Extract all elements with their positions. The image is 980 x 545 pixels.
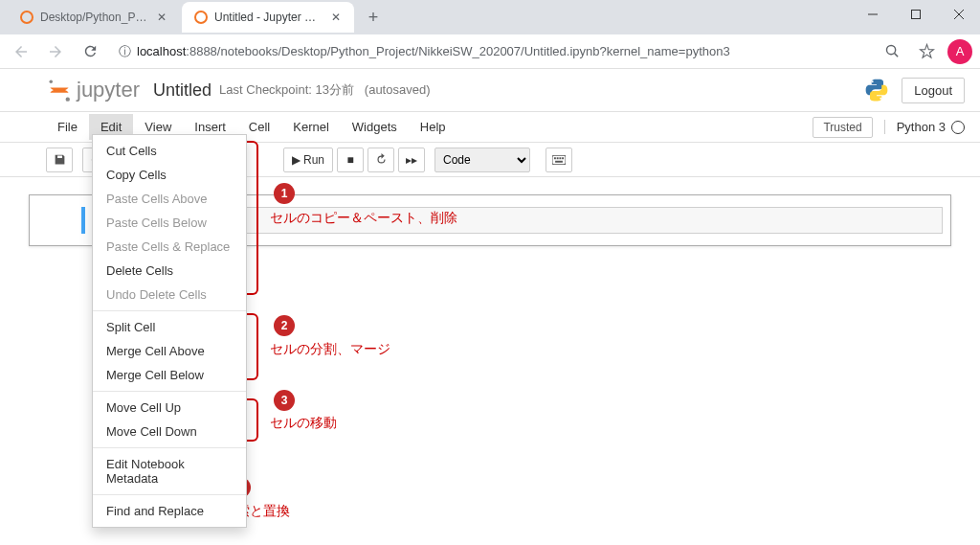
- annotation-label-1: セルのコピー＆ペースト、削除: [270, 210, 457, 227]
- dd-find-replace[interactable]: Find and Replace: [93, 499, 246, 523]
- menu-widgets[interactable]: Widgets: [341, 114, 409, 140]
- run-button[interactable]: ▶Run: [283, 148, 333, 172]
- edit-dropdown: Cut Cells Copy Cells Paste Cells Above P…: [92, 134, 247, 528]
- maximize-button[interactable]: [894, 0, 937, 29]
- svg-rect-19: [559, 157, 561, 159]
- annotation-label-2: セルの分割、マージ: [270, 341, 390, 358]
- logout-button[interactable]: Logout: [902, 78, 965, 103]
- dd-merge-above[interactable]: Merge Cell Above: [93, 339, 246, 363]
- interrupt-button[interactable]: ■: [337, 148, 364, 172]
- dd-copy-cells[interactable]: Copy Cells: [93, 163, 246, 187]
- restart-run-all-button[interactable]: ▸▸: [398, 148, 425, 172]
- dd-paste-above[interactable]: Paste Cells Above: [93, 187, 246, 211]
- jupyter-icon: [46, 77, 73, 103]
- svg-rect-1: [911, 11, 920, 19]
- close-button[interactable]: [937, 0, 980, 29]
- annotation-bracket-1: [247, 141, 258, 295]
- menu-kernel[interactable]: Kernel: [281, 114, 341, 140]
- svg-point-8: [50, 80, 54, 84]
- annotation-badge-2: 2: [274, 315, 295, 336]
- jupyter-favicon: [19, 10, 34, 25]
- svg-point-5: [195, 11, 207, 23]
- kernel-name: Python 3: [897, 120, 946, 134]
- tab-title: Untitled - Jupyter Notebook: [214, 11, 323, 24]
- divider: [93, 310, 246, 311]
- jupyter-logo[interactable]: jupyter: [46, 77, 140, 103]
- svg-point-4: [21, 11, 33, 23]
- avatar[interactable]: A: [947, 39, 972, 64]
- python-logo-icon: [863, 77, 890, 103]
- dd-edit-metadata[interactable]: Edit Notebook Metadata: [93, 452, 246, 490]
- reload-button[interactable]: [77, 38, 103, 65]
- svg-rect-16: [552, 155, 566, 164]
- jupyter-favicon: [193, 10, 209, 25]
- restart-button[interactable]: [368, 148, 394, 172]
- divider: [93, 447, 246, 448]
- dd-paste-replace[interactable]: Paste Cells & Replace: [93, 235, 246, 259]
- notebook-title[interactable]: Untitled: [153, 80, 212, 101]
- divider: [93, 391, 246, 392]
- annotation-bracket-3: [247, 398, 258, 442]
- url-host: localhost: [137, 44, 186, 58]
- svg-rect-18: [557, 157, 559, 159]
- search-icon[interactable]: [879, 38, 905, 65]
- annotation-label-3: セルの移動: [270, 415, 337, 432]
- svg-point-10: [872, 80, 874, 82]
- close-icon[interactable]: ✕: [329, 11, 343, 24]
- svg-rect-21: [555, 160, 563, 162]
- back-button[interactable]: [8, 38, 34, 65]
- browser-tab-active[interactable]: Untitled - Jupyter Notebook ✕: [182, 2, 354, 33]
- annotation-badge-3: 3: [274, 390, 295, 411]
- url-box[interactable]: ⓘ localhost:8888/notebooks/Desktop/Pytho…: [111, 43, 871, 60]
- url-path: :8888/notebooks/Desktop/Python_Project/N…: [186, 44, 729, 58]
- info-icon[interactable]: ⓘ: [119, 43, 131, 60]
- svg-line-7: [894, 54, 898, 57]
- svg-rect-17: [554, 157, 556, 159]
- dd-split-cell[interactable]: Split Cell: [93, 315, 246, 339]
- dd-delete-cells[interactable]: Delete Cells: [93, 259, 246, 283]
- annotation-badge-1: 1: [274, 183, 295, 204]
- dd-paste-below[interactable]: Paste Cells Below: [93, 211, 246, 235]
- cell-type-select[interactable]: Code: [434, 148, 530, 172]
- dd-move-down[interactable]: Move Cell Down: [93, 420, 246, 443]
- save-button[interactable]: [46, 148, 73, 172]
- menu-help[interactable]: Help: [409, 114, 457, 140]
- dd-cut-cells[interactable]: Cut Cells: [93, 139, 246, 163]
- annotation-bracket-2: [247, 313, 258, 380]
- svg-point-6: [886, 45, 895, 54]
- browser-tab-bar: Desktop/Python_Project/NikkeiS ✕ Untitle…: [0, 0, 980, 34]
- kernel-status-icon: [951, 121, 965, 134]
- divider: [93, 494, 246, 495]
- close-icon[interactable]: ✕: [155, 11, 168, 24]
- address-bar: ⓘ localhost:8888/notebooks/Desktop/Pytho…: [0, 34, 980, 69]
- kernel-indicator[interactable]: Python 3: [884, 120, 965, 134]
- menu-file[interactable]: File: [46, 114, 89, 140]
- browser-tab[interactable]: Desktop/Python_Project/NikkeiS ✕: [8, 2, 180, 33]
- svg-point-9: [66, 97, 70, 101]
- svg-rect-20: [562, 157, 564, 159]
- dd-merge-below[interactable]: Merge Cell Below: [93, 363, 246, 387]
- forward-button[interactable]: [42, 38, 69, 65]
- new-tab-button[interactable]: +: [360, 4, 387, 31]
- command-palette-button[interactable]: [546, 148, 572, 172]
- star-icon[interactable]: [913, 38, 940, 65]
- trusted-indicator[interactable]: Trusted: [813, 117, 872, 138]
- minimize-button[interactable]: [851, 0, 894, 29]
- jupyter-header: jupyter Untitled Last Checkpoint: 13分前 (…: [0, 69, 980, 112]
- tab-title: Desktop/Python_Project/NikkeiS: [40, 11, 149, 24]
- checkpoint-text: Last Checkpoint: 13分前 (autosaved): [219, 81, 430, 99]
- jupyter-logo-text: jupyter: [77, 78, 140, 102]
- dd-undo-delete[interactable]: Undo Delete Cells: [93, 283, 246, 307]
- svg-point-11: [880, 98, 882, 100]
- dd-move-up[interactable]: Move Cell Up: [93, 396, 246, 420]
